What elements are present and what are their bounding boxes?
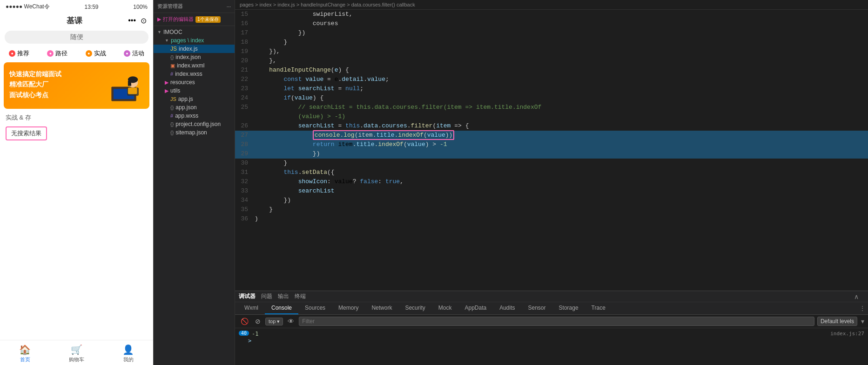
tab-path[interactable]: ● 路径: [47, 49, 67, 58]
app-js-icon: JS: [170, 96, 176, 102]
line-number-33: 33: [235, 186, 253, 196]
tab-memory[interactable]: Memory: [332, 302, 365, 314]
tree-file-index-json[interactable]: {} index.json: [154, 53, 235, 61]
console-filter-icon[interactable]: ⊘: [253, 317, 262, 326]
phone-status-bar: ●●●●● WeChat令 13:59 100%: [0, 0, 153, 13]
app-wxss-label: app.wxss: [175, 113, 198, 119]
banner-line2: 精准匹配大厂: [9, 79, 144, 89]
code-line-35: 35 }: [235, 205, 868, 214]
file-tree-panel: 资源管理器 ··· ▶ 打开的编辑器 1个未保存 ▼ IMOOC ▼ pages…: [154, 0, 235, 365]
line-content-22: const value = e.detail.value;: [253, 75, 868, 84]
tree-file-app-wxss[interactable]: # app.wxss: [154, 112, 235, 120]
console-level-select[interactable]: Default levels: [817, 317, 857, 326]
filetree-header-label: 资源管理器: [157, 3, 183, 10]
line-content-19: }),: [253, 47, 868, 56]
tab-label-activity: 活动: [132, 49, 144, 58]
tab-dot-recommend: ●: [9, 50, 15, 57]
code-line-20: 20 },: [235, 56, 868, 66]
level-dropdown-icon[interactable]: ▾: [861, 318, 864, 325]
tab-mock[interactable]: Mock: [432, 302, 458, 314]
tab-sensor[interactable]: Sensor: [522, 302, 552, 314]
index-wxss-label: index.wxss: [175, 71, 202, 77]
filetree-toolbar[interactable]: ▶ 打开的编辑器 1个未保存: [154, 13, 235, 26]
tab-practice[interactable]: ● 实战: [86, 49, 106, 58]
tree-folder-resources[interactable]: ▶ resources: [154, 78, 235, 86]
bottom-nav-profile[interactable]: 👤 我的: [122, 344, 134, 363]
tab-security[interactable]: Security: [398, 302, 431, 314]
profile-icon: 👤: [122, 344, 134, 355]
line-number-21: 21: [235, 66, 253, 75]
breadcrumb-path: pages > index > index.js > handleInputCh…: [240, 2, 415, 7]
tree-file-project-config[interactable]: {} project.config.json: [154, 120, 235, 128]
tab-console[interactable]: Console: [265, 302, 298, 314]
line-content-27: console.log(item.title.indexOf(value)): [253, 131, 868, 140]
tab-sources[interactable]: Sources: [298, 302, 332, 314]
bottom-nav-cart-label: 购物车: [69, 356, 84, 363]
bottom-nav-home[interactable]: 🏠 首页: [19, 344, 31, 363]
tab-terminal[interactable]: 终端: [295, 292, 306, 300]
code-line-34: 34 }): [235, 196, 868, 205]
tab-recommend[interactable]: ● 推荐: [9, 49, 29, 58]
tab-trace[interactable]: Trace: [585, 302, 612, 314]
console-source-link-0[interactable]: index.js:27: [830, 331, 864, 337]
tree-folder-pages-index[interactable]: ▼ pages \ index: [154, 36, 235, 45]
code-area[interactable]: 15 swiperList, 16 courses 17 }) 18 } 19 …: [235, 10, 868, 291]
tab-debugger[interactable]: 调试器: [239, 292, 256, 300]
tree-file-app-json[interactable]: {} app.json: [154, 103, 235, 112]
line-content-17: }): [253, 28, 868, 38]
line-number-30: 30: [235, 159, 253, 168]
banner-line1: 快速搞定前端面试: [9, 69, 144, 79]
collapse-panel-icon[interactable]: ∧: [854, 293, 859, 300]
js-file-icon: JS: [170, 46, 177, 52]
console-top-level-btn[interactable]: top ▾: [265, 318, 283, 325]
code-line-24: 24 if(value) {: [235, 93, 868, 103]
line-content-35: }: [253, 205, 868, 214]
console-entry-1: >: [235, 338, 868, 344]
phone-status-right: 100%: [133, 4, 148, 10]
tab-storage[interactable]: Storage: [552, 302, 585, 314]
console-count-badge: 40: [239, 331, 249, 336]
tree-file-index-wxss[interactable]: # index.wxss: [154, 70, 235, 78]
line-number-22: 22: [235, 75, 253, 84]
tree-folder-utils[interactable]: ▶ utils: [154, 86, 235, 95]
line-content-25: // searchList = this.data.courses.filter…: [253, 103, 868, 112]
tab-appdata[interactable]: AppData: [458, 302, 493, 314]
line-number-34: 34: [235, 196, 253, 205]
bottom-nav-cart[interactable]: 🛒 购物车: [69, 344, 84, 363]
tab-audits[interactable]: Audits: [493, 302, 521, 314]
console-filter-input[interactable]: [299, 317, 814, 326]
tree-file-app-js[interactable]: JS app.js: [154, 95, 235, 103]
unsaved-badge: 1个未保存: [195, 16, 221, 23]
tab-output[interactable]: 输出: [278, 292, 289, 300]
tab-network[interactable]: Network: [365, 302, 398, 314]
record-icon[interactable]: ⊙: [141, 16, 147, 25]
line-content-20: },: [253, 56, 868, 66]
code-line-28: 28 return item.title.indexOf(value) > -1: [235, 140, 868, 149]
line-content-36: ): [253, 214, 868, 224]
line-content-28: return item.title.indexOf(value) > -1: [253, 140, 868, 149]
root-label: IMOOC: [163, 29, 182, 35]
code-line-30: 30 }: [235, 159, 868, 168]
tab-activity[interactable]: ● 活动: [124, 49, 144, 58]
phone-header: 基课 ••• ⊙: [0, 13, 153, 28]
tree-root-folder[interactable]: ▼ IMOOC: [154, 28, 235, 36]
code-line-15: 15 swiperList,: [235, 10, 868, 19]
code-line-26: 26 searchList = this.data.courses.filter…: [235, 121, 868, 131]
sitemap-label: sitemap.json: [175, 129, 207, 136]
devtools-more-icon[interactable]: ⋮: [860, 305, 865, 312]
bottom-nav-home-label: 首页: [20, 356, 30, 363]
tree-file-index-wxml[interactable]: ▣ index.wxml: [154, 61, 235, 70]
more-icon[interactable]: •••: [128, 16, 136, 25]
phone-banner: 快速搞定前端面试 精准匹配大厂 面试核心考点: [4, 62, 149, 109]
line-content-18: }: [253, 38, 868, 47]
tab-wxml[interactable]: Wxml: [238, 302, 265, 314]
tree-file-sitemap[interactable]: {} sitemap.json: [154, 128, 235, 137]
console-eye-icon[interactable]: 👁: [286, 317, 296, 326]
tab-issues[interactable]: 问题: [261, 292, 272, 300]
filetree-dots-icon[interactable]: ···: [227, 4, 231, 9]
line-number-16: 16: [235, 19, 253, 28]
tree-file-index-js[interactable]: JS index.js: [154, 45, 235, 53]
console-clear-icon[interactable]: 🚫: [239, 317, 250, 326]
search-bar[interactable]: 随便: [5, 31, 148, 44]
toolbar-label: 打开的编辑器: [163, 16, 194, 23]
